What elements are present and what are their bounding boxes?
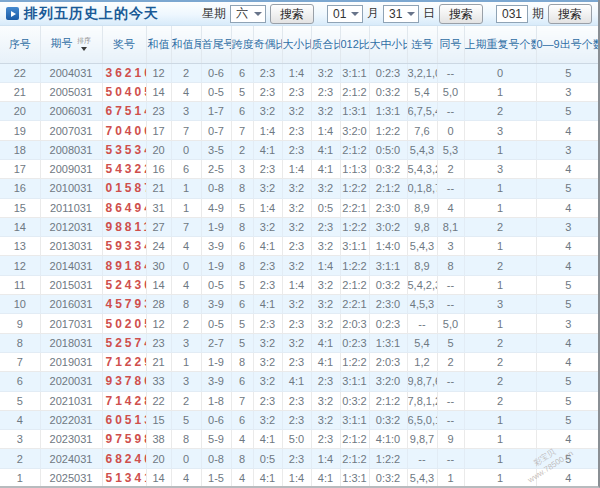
cell-digit-count: 4 [536, 237, 600, 256]
weekday-select[interactable]: 六 [230, 5, 266, 23]
cell-issue: 2013031 [40, 237, 102, 256]
cell-first-last: 0-6 [201, 410, 231, 429]
cell-big-mid-small: 0:5:0 [369, 140, 407, 159]
cell-prime-composite: 3:2 [311, 314, 340, 333]
cell-issue: 2024031 [40, 449, 102, 468]
cell-digit-count: 5 [536, 372, 600, 391]
cell-012: 1:3:1 [340, 102, 369, 121]
cell-index: 3 [0, 430, 40, 449]
cell-sum-tail: 3 [171, 372, 201, 391]
cell-big-small: 3:2 [282, 198, 311, 217]
day-select[interactable]: 31 [383, 5, 419, 23]
cell-same: 5,3 [437, 140, 464, 159]
cell-prize: 50405 [102, 82, 146, 101]
cell-big-small: 2:3 [282, 410, 311, 429]
cell-first-last: 1-9 [201, 217, 231, 236]
month-select[interactable]: 01 [327, 5, 363, 23]
cell-012: 0:3:2 [340, 391, 369, 410]
cell-sum-tail: 4 [171, 82, 201, 101]
cell-sum-tail: 3 [171, 102, 201, 121]
cell-prize: 36210 [102, 63, 146, 82]
issue-input[interactable] [496, 5, 528, 23]
cell-012: 3:1:1 [340, 410, 369, 429]
cell-span: 7 [231, 121, 253, 140]
cell-digit-count: 4 [536, 121, 600, 140]
cell-012: 2:2:1 [340, 198, 369, 217]
cell-span: 6 [231, 295, 253, 314]
cell-sum-tail: 5 [171, 410, 201, 429]
cell-sum: 31 [146, 198, 171, 217]
cell-big-mid-small: 2:1:2 [369, 179, 407, 198]
cell-prime-composite: 4:1 [311, 333, 340, 352]
cell-big-small: 5:0 [282, 430, 311, 449]
cell-big-small: 3:2 [282, 179, 311, 198]
cell-span: 4 [231, 468, 253, 487]
cell-prize: 54322 [102, 159, 146, 178]
cell-digit-count: 4 [536, 333, 600, 352]
cell-prime-composite: 1:4 [311, 121, 340, 140]
cell-issue: 2011031 [40, 198, 102, 217]
cell-same: 2 [437, 159, 464, 178]
issue-search-button[interactable]: 搜索 [548, 4, 592, 24]
cell-index: 16 [0, 179, 40, 198]
cell-first-last: 0-7 [201, 121, 231, 140]
table-row: 112015031524301440-552:31:43:22:1:20:3:2… [0, 275, 600, 294]
cell-big-small: 3:2 [282, 295, 311, 314]
cell-index: 19 [0, 121, 40, 140]
cell-same: 5 [437, 333, 464, 352]
table-row: 212005031504051440-552:32:32:32:1:20:3:2… [0, 82, 600, 101]
cell-issue: 2015031 [40, 275, 102, 294]
cell-same: -- [437, 63, 464, 82]
cell-sum-tail: 0 [171, 256, 201, 275]
cell-first-last: 0-8 [201, 449, 231, 468]
cell-odd-even: 4:1 [253, 468, 282, 487]
cell-sum: 21 [146, 352, 171, 371]
cell-consecutive: 5,4,3,2 [407, 159, 437, 178]
cell-big-mid-small: 1:3:1 [369, 333, 407, 352]
cell-big-mid-small: 2:3:0 [369, 198, 407, 217]
cell-span: 4 [231, 430, 253, 449]
cell-digit-count: 4 [536, 198, 600, 217]
cell-sum-tail: 2 [171, 314, 201, 333]
issue-search-group: 期 搜索 [496, 4, 592, 24]
cell-sum: 12 [146, 314, 171, 333]
cell-prize: 53534 [102, 140, 146, 159]
cell-index: 1 [0, 468, 40, 487]
col-header-sum: 和值 [146, 26, 171, 63]
cell-prev-repeat: 2 [464, 256, 536, 275]
cell-same: 5,0 [437, 314, 464, 333]
cell-big-mid-small: 1:3:1 [369, 102, 407, 121]
table-row: 62020031937863333-963:24:12:33:1:13:2:09… [0, 372, 600, 391]
weekday-search-button[interactable]: 搜索 [270, 4, 314, 24]
col-header-prime-composite: 质合比 [311, 26, 340, 63]
cell-same: -- [437, 449, 464, 468]
cell-odd-even: 4:1 [253, 237, 282, 256]
cell-issue: 2021031 [40, 391, 102, 410]
cell-prime-composite: 3:2 [311, 179, 340, 198]
cell-sum-tail: 2 [171, 63, 201, 82]
cell-prize: 01587 [102, 179, 146, 198]
cell-first-last: 5-9 [201, 430, 231, 449]
table-row: 32023031975983885-944:15:02:32:1:24:1:09… [0, 430, 600, 449]
cell-digit-count: 3 [536, 217, 600, 236]
table-row: 192007031704061770-771:42:31:43:2:01:2:2… [0, 121, 600, 140]
cell-span: 6 [231, 410, 253, 429]
cell-big-mid-small: 0:2:3 [369, 63, 407, 82]
cell-same: -- [437, 179, 464, 198]
cell-odd-even: 4:1 [253, 430, 282, 449]
cell-prime-composite: 1:4 [311, 449, 340, 468]
chevron-down-icon [351, 12, 359, 16]
cell-prev-repeat: 1 [464, 237, 536, 256]
cell-odd-even: 4:1 [253, 140, 282, 159]
cell-012: 1:2:2 [340, 217, 369, 236]
cell-prize: 71229 [102, 352, 146, 371]
cell-span: 5 [231, 333, 253, 352]
cell-sum: 38 [146, 430, 171, 449]
cell-sum: 23 [146, 102, 171, 121]
cell-big-mid-small: 0:3:2 [369, 82, 407, 101]
month-select-value: 01 [333, 7, 346, 21]
cell-digit-count: 5 [536, 275, 600, 294]
cell-first-last: 0-8 [201, 179, 231, 198]
sort-button[interactable]: 排序 [76, 37, 92, 51]
date-search-button[interactable]: 搜索 [439, 4, 483, 24]
